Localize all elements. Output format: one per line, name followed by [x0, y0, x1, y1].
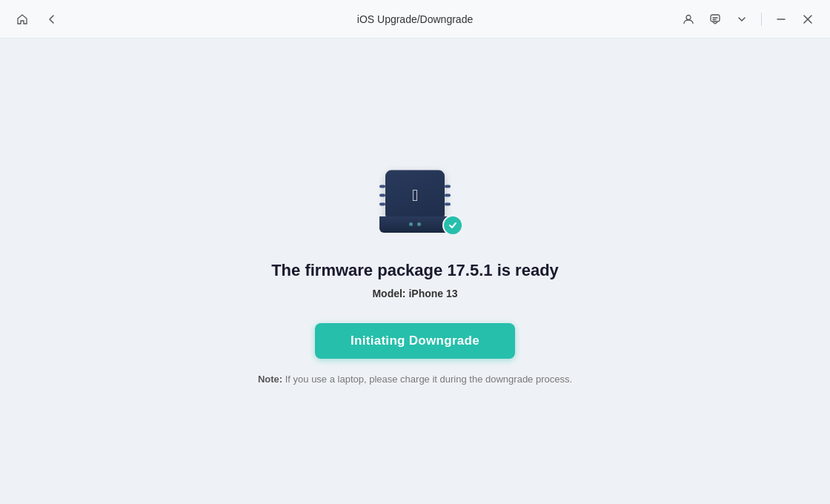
firmware-ready-title: The firmware package 17.5.1 is ready: [271, 261, 559, 280]
model-label: Model:: [372, 288, 405, 299]
chevron-down-icon: [737, 14, 747, 24]
model-info: Model: iPhone 13: [372, 288, 457, 299]
chip-pins-left: [379, 185, 385, 205]
titlebar-divider: [761, 13, 762, 26]
close-icon: [803, 15, 812, 24]
chevron-button[interactable]: [731, 9, 752, 30]
check-badge: [442, 215, 463, 236]
pin: [445, 202, 451, 205]
back-button[interactable]: [42, 9, 62, 30]
back-icon: [46, 13, 58, 25]
svg-point-0: [686, 15, 691, 19]
note-text: Note: If you use a laptop, please charge…: [258, 374, 572, 385]
pin: [379, 202, 385, 205]
user-button[interactable]: [678, 9, 699, 30]
chat-button[interactable]: [705, 9, 726, 30]
firmware-illustration: : [367, 159, 463, 240]
titlebar: iOS Upgrade/Downgrade: [0, 0, 830, 39]
base-dot: [417, 222, 421, 226]
apple-logo-icon: : [412, 187, 418, 203]
titlebar-left-controls: [12, 9, 62, 30]
chip-base: [379, 216, 451, 233]
pin: [379, 193, 385, 196]
titlebar-right-controls: [678, 9, 818, 30]
home-icon: [16, 13, 28, 25]
home-button[interactable]: [12, 9, 33, 30]
minimize-icon: [777, 15, 786, 24]
main-content:  The firmware package 17.5.1 is ready M…: [0, 39, 830, 504]
minimize-button[interactable]: [771, 9, 791, 30]
close-button[interactable]: [797, 9, 818, 30]
pin: [379, 185, 385, 188]
window-title: iOS Upgrade/Downgrade: [357, 13, 473, 25]
chat-icon: [709, 13, 721, 25]
note-prefix: Note:: [258, 374, 282, 385]
pin: [445, 193, 451, 196]
note-body: If you use a laptop, please charge it du…: [282, 374, 572, 385]
user-icon: [683, 13, 694, 25]
model-value: iPhone 13: [408, 288, 457, 299]
chip-body: : [385, 170, 445, 220]
chip-pins-right: [445, 185, 451, 205]
initiating-downgrade-button[interactable]: Initiating Downgrade: [315, 323, 515, 359]
pin: [445, 185, 451, 188]
base-dot: [409, 222, 413, 226]
checkmark-icon: [448, 220, 458, 231]
